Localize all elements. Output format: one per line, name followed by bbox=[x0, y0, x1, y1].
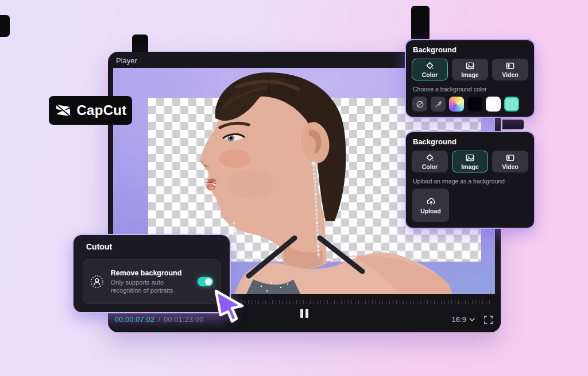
chevron-down-icon bbox=[469, 318, 475, 321]
remove-background-toggle[interactable] bbox=[198, 277, 213, 286]
aspect-ratio-dropdown[interactable]: 16:9 bbox=[451, 316, 475, 324]
video-icon bbox=[506, 62, 514, 70]
decor-tab bbox=[502, 120, 524, 129]
fullscreen-icon[interactable] bbox=[484, 316, 493, 324]
capcut-promo-stage: Player bbox=[0, 0, 588, 376]
no-color-swatch[interactable] bbox=[412, 97, 427, 112]
remove-background-label: Remove background bbox=[111, 269, 191, 277]
decor-tab bbox=[411, 6, 430, 41]
video-icon bbox=[506, 154, 514, 162]
panel-title: Background bbox=[413, 45, 534, 54]
tab-color[interactable]: Color bbox=[412, 59, 448, 80]
capcut-logo-icon bbox=[54, 103, 71, 118]
circle-slash-icon bbox=[416, 100, 424, 109]
background-image-panel: Background Color Image Video Upload an i… bbox=[405, 131, 535, 229]
upload-label: Upload bbox=[420, 208, 441, 214]
eyedropper-icon bbox=[434, 100, 443, 109]
image-icon bbox=[466, 154, 474, 162]
capcut-logo-text: CapCut bbox=[76, 102, 126, 118]
multicolor-swatch[interactable] bbox=[449, 97, 464, 112]
tab-video[interactable]: Video bbox=[492, 59, 528, 80]
toggle-knob bbox=[205, 278, 212, 285]
decor-tab bbox=[132, 34, 148, 53]
panel-helper-text: Upload an image as a background bbox=[413, 178, 527, 185]
pause-button[interactable] bbox=[300, 309, 308, 318]
time-separator: / bbox=[158, 316, 160, 324]
current-time: 00:00:07:02 bbox=[115, 316, 154, 324]
image-icon bbox=[466, 62, 474, 70]
aspect-ratio-value: 16:9 bbox=[451, 316, 466, 324]
tab-image[interactable]: Image bbox=[452, 59, 488, 80]
remove-background-row: Remove background Only supports auto rec… bbox=[83, 259, 220, 304]
tab-video[interactable]: Video bbox=[492, 151, 528, 172]
paint-bucket-icon bbox=[425, 62, 434, 70]
portrait-recognition-icon bbox=[90, 274, 104, 289]
white-swatch[interactable] bbox=[486, 97, 501, 112]
cloud-upload-icon bbox=[426, 197, 436, 205]
eyedropper-swatch[interactable] bbox=[431, 97, 446, 112]
tab-color[interactable]: Color bbox=[412, 151, 448, 172]
player-title: Player bbox=[116, 56, 137, 65]
upload-button[interactable]: Upload bbox=[412, 189, 449, 222]
black-swatch[interactable] bbox=[467, 97, 482, 112]
mouse-cursor-icon bbox=[210, 286, 248, 324]
mint-swatch-selected[interactable] bbox=[504, 97, 519, 112]
tab-image[interactable]: Image bbox=[452, 151, 488, 172]
decor-tab bbox=[0, 15, 10, 37]
cutout-title: Cutout bbox=[86, 242, 230, 251]
panel-title: Background bbox=[413, 137, 534, 146]
capcut-logo: CapCut bbox=[49, 96, 132, 125]
cutout-panel: Cutout Remove background Only supports a… bbox=[72, 234, 231, 313]
background-color-panel: Background Color Image Video Choose a ba… bbox=[405, 39, 535, 118]
panel-helper-text: Choose a background color bbox=[413, 86, 527, 93]
paint-bucket-icon bbox=[425, 154, 434, 162]
remove-background-description: Only supports auto recognition of portra… bbox=[111, 278, 191, 295]
total-duration: 00:01:23:00 bbox=[164, 316, 203, 324]
